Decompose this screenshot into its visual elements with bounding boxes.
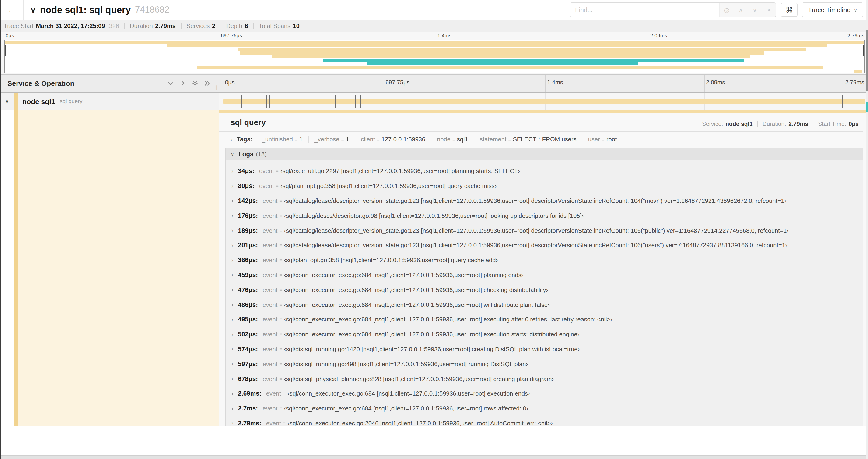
tag-value: 1 <box>299 136 303 143</box>
log-timestamp: 142μs: <box>238 197 258 204</box>
summary-item: Total Spans10 <box>259 22 300 29</box>
summary-separator <box>253 23 254 29</box>
log-marker <box>339 95 339 108</box>
log-row[interactable]: ›495μs:event=‹sql/conn_executor_exec.go:… <box>231 312 863 327</box>
back-button[interactable]: ← <box>0 0 24 20</box>
log-row[interactable]: ›476μs:event=‹sql/conn_executor_exec.go:… <box>231 283 863 297</box>
log-field-key: event <box>263 197 278 204</box>
span-row-timeline-cell[interactable] <box>219 93 868 110</box>
summary-item: Duration2.79ms <box>130 22 176 29</box>
expand-one-icon[interactable] <box>180 80 186 86</box>
span-duration-bar[interactable] <box>223 99 865 104</box>
span-row[interactable]: ∨ node sql1 sql query <box>0 93 868 110</box>
column-resize-handle[interactable]: ∥ <box>215 85 218 90</box>
log-timestamp: 476μs: <box>238 286 258 293</box>
log-row[interactable]: ›486μs:event=‹sql/conn_executor_exec.go:… <box>231 297 863 312</box>
find-input[interactable] <box>570 3 719 17</box>
log-timestamp: 176μs: <box>238 212 258 219</box>
equals-sign: = <box>279 362 282 367</box>
expand-all-icon[interactable] <box>205 80 211 86</box>
equals-sign: = <box>279 317 282 322</box>
log-marker <box>269 95 270 108</box>
chevron-right-icon: › <box>231 420 233 426</box>
meta-item: Start Time:0μs <box>818 121 859 127</box>
tag-item: statement = SELECT * FROM users <box>474 136 582 143</box>
locate-icon[interactable]: ◎ <box>720 6 734 13</box>
next-match-icon[interactable]: ∨ <box>748 6 762 13</box>
equals-sign: = <box>279 287 282 292</box>
log-row[interactable]: ›2.69ms:event=‹sql/conn_executor_exec.go… <box>231 386 863 401</box>
summary-value-suffix: .326 <box>107 22 119 29</box>
summary-value: March 31 2022, 17:25:09 <box>36 22 105 29</box>
log-field-value: ‹sql/distsql_physical_planner.go:828 [ns… <box>284 375 554 382</box>
meta-label: Start Time: <box>818 121 846 127</box>
equals-sign: = <box>377 137 380 142</box>
prev-match-icon[interactable]: ∧ <box>734 6 748 13</box>
log-field-key: event <box>263 405 278 412</box>
log-marker <box>842 95 843 108</box>
selected-span-highlight <box>18 110 219 426</box>
chevron-right-icon: › <box>231 346 233 352</box>
log-field-key: event <box>263 346 278 353</box>
log-row[interactable]: ›142μs:event=‹sql/catalog/lease/descript… <box>231 193 863 208</box>
chevron-down-icon[interactable]: ∨ <box>0 98 14 104</box>
meta-separator <box>813 121 813 127</box>
log-field-key: event <box>263 316 278 323</box>
minimap-span-bar <box>368 62 638 66</box>
log-marker <box>335 95 335 108</box>
equals-sign: = <box>279 347 282 352</box>
log-row[interactable]: ›2.79ms:event=‹sql/conn_executor_exec.go… <box>231 416 863 426</box>
log-row[interactable]: ›459μs:event=‹sql/conn_executor_exec.go:… <box>231 267 863 283</box>
log-marker <box>307 95 308 108</box>
log-field-value: ‹sql/conn_executor_exec.go:684 [nsql1,cl… <box>284 286 548 293</box>
log-row[interactable]: ›189μs:event=‹sql/catalog/lease/descript… <box>231 223 863 238</box>
log-field-value: ‹sql/conn_executor_exec.go:684 [nsql1,cl… <box>284 331 579 338</box>
scrollbar[interactable] <box>866 0 868 459</box>
ruler-tick-label: 0μs <box>223 79 235 86</box>
summary-label: Duration <box>130 22 153 29</box>
log-field-value: ‹sql/conn_executor_exec.go:2046 [nsql1,c… <box>287 420 553 426</box>
service-operation-header: Service & Operation ∥ <box>0 75 219 92</box>
minimap-left-scrubber[interactable] <box>5 45 6 56</box>
log-field-key: event <box>263 331 278 338</box>
span-detail-area: sql query Service:node sql1Duration:2.79… <box>0 110 868 426</box>
log-row[interactable]: ›34μs:event=‹sql/exec_util.go:2297 [nsql… <box>231 164 863 179</box>
log-row[interactable]: ›502μs:event=‹sql/conn_executor_exec.go:… <box>231 327 863 342</box>
tag-key: node <box>437 136 451 143</box>
log-row[interactable]: ›366μs:event=‹sql/plan_opt.go:358 [nsql1… <box>231 253 863 268</box>
collapse-all-icon[interactable] <box>192 80 198 86</box>
keyboard-shortcuts-button[interactable]: ⌘ <box>781 3 798 17</box>
log-row[interactable]: ›597μs:event=‹sql/distsql_running.go:498… <box>231 357 863 371</box>
log-marker <box>337 95 337 108</box>
log-row[interactable]: ›574μs:event=‹sql/distsql_running.go:142… <box>231 342 863 357</box>
detail-left-gutter <box>0 110 219 426</box>
log-field-value: ‹sql/distsql_running.go:498 [nsql1,clien… <box>284 361 528 368</box>
log-field-key: event <box>263 242 278 249</box>
summary-label: Depth <box>226 22 242 29</box>
trace-view-select[interactable]: Trace Timeline ∨ <box>802 2 863 17</box>
chevron-down-icon: ∨ <box>854 7 857 12</box>
equals-sign: = <box>283 391 286 396</box>
scrollbar-thumb[interactable] <box>866 30 868 91</box>
span-row-name-cell[interactable]: ∨ node sql1 sql query <box>0 93 219 110</box>
log-field-value: ‹sql/conn_executor_exec.go:684 [nsql1,cl… <box>284 301 550 308</box>
logs-header[interactable]: ∨ Logs (18) <box>226 148 863 160</box>
tags-accordion[interactable]: › Tags: _unfinished = 1_verbose = 1clien… <box>219 132 868 147</box>
tag-key: _verbose <box>314 136 339 143</box>
chevron-right-icon: › <box>231 272 233 278</box>
log-row[interactable]: ›176μs:event=‹sql/catalog/descs/descript… <box>231 208 863 223</box>
minimap-right-scrubber[interactable] <box>863 45 864 56</box>
log-timestamp: 2.79ms: <box>238 420 261 426</box>
collapse-one-icon[interactable] <box>167 80 174 86</box>
tag-value: 127.0.0.1:59936 <box>381 136 425 143</box>
chevron-down-icon[interactable]: ∨ <box>30 5 36 14</box>
log-row[interactable]: ›201μs:event=‹sql/catalog/lease/descript… <box>231 238 863 253</box>
minimap-canvas[interactable] <box>4 40 865 73</box>
log-row[interactable]: ›2.7ms:event=‹sql/conn_executor_exec.go:… <box>231 401 863 416</box>
log-row[interactable]: ›678μs:event=‹sql/distsql_physical_plann… <box>231 371 863 386</box>
clear-icon[interactable]: × <box>762 6 776 13</box>
log-field-value: ‹sql/catalog/lease/descriptor_version_st… <box>284 242 787 249</box>
chevron-right-icon: › <box>231 168 233 174</box>
log-row[interactable]: ›80μs:event=‹sql/plan_opt.go:358 [nsql1,… <box>231 179 863 194</box>
chevron-right-icon: › <box>231 361 233 367</box>
